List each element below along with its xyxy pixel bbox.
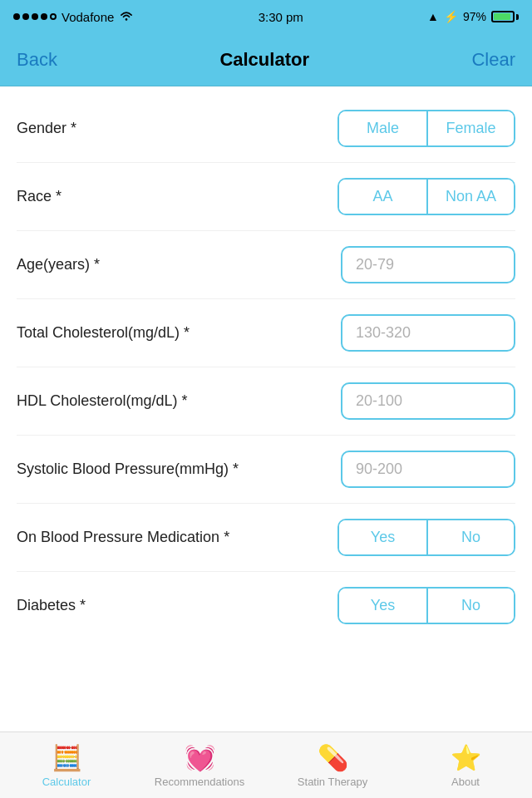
location-icon: ▲ — [427, 10, 439, 23]
label-systolic-bp: Systolic Blood Pressure(mmHg) * — [17, 460, 239, 479]
dot5 — [50, 13, 57, 20]
label-bp-medication: On Blood Pressure Medication * — [17, 528, 229, 547]
seg-btn-bp-medication-1[interactable]: No — [426, 520, 514, 554]
label-race: Race * — [17, 187, 62, 206]
form-row-race: Race *AANon AA — [17, 163, 515, 231]
tab-about[interactable]: ⭐About — [399, 743, 532, 788]
status-right: ▲ ⚡ 97% — [427, 10, 519, 23]
form-row-hdl-cholesterol: HDL Cholesterol(mg/dL) * — [17, 367, 515, 436]
seg-btn-bp-medication-0[interactable]: Yes — [339, 520, 426, 554]
input-total-cholesterol[interactable] — [341, 314, 515, 352]
tab-statin-therapy[interactable]: 💊Statin Therapy — [266, 743, 399, 788]
status-left: Vodafone — [13, 10, 134, 24]
tab-label-recommendations: Recommendations — [155, 776, 244, 788]
seg-btn-diabetes-1[interactable]: No — [426, 589, 514, 623]
tab-label-statin-therapy: Statin Therapy — [298, 776, 367, 788]
label-age: Age(years) * — [17, 255, 100, 274]
svg-point-0 — [126, 18, 128, 21]
dot1 — [13, 13, 20, 20]
label-hdl-cholesterol: HDL Cholesterol(mg/dL) * — [17, 392, 187, 411]
segmented-diabetes: YesNo — [337, 587, 515, 624]
back-button[interactable]: Back — [17, 49, 57, 71]
segmented-bp-medication: YesNo — [337, 519, 515, 556]
seg-btn-race-1[interactable]: Non AA — [426, 180, 514, 214]
content-area: Gender *MaleFemaleRace *AANon AAAge(year… — [0, 86, 532, 732]
label-total-cholesterol: Total Cholesterol(mg/dL) * — [17, 323, 190, 342]
seg-btn-gender-1[interactable]: Female — [426, 111, 514, 145]
input-systolic-bp[interactable] — [341, 451, 515, 488]
segmented-race: AANon AA — [337, 178, 515, 215]
status-bar: Vodafone 3:30 pm ▲ ⚡ 97% — [0, 0, 532, 33]
seg-btn-diabetes-0[interactable]: Yes — [339, 589, 426, 623]
dot3 — [32, 13, 38, 20]
label-diabetes: Diabetes * — [17, 596, 86, 615]
form-row-total-cholesterol: Total Cholesterol(mg/dL) * — [17, 299, 515, 367]
signal-dots — [13, 13, 57, 20]
seg-btn-gender-0[interactable]: Male — [339, 111, 426, 145]
page-title: Calculator — [219, 49, 309, 71]
battery-tip — [516, 14, 519, 20]
battery-body — [491, 11, 515, 22]
form-row-diabetes: Diabetes *YesNo — [17, 572, 515, 639]
seg-btn-race-0[interactable]: AA — [339, 180, 426, 214]
form-row-gender: Gender *MaleFemale — [17, 95, 515, 163]
input-hdl-cholesterol[interactable] — [341, 382, 515, 420]
form-row-age: Age(years) * — [17, 231, 515, 299]
label-gender: Gender * — [17, 119, 76, 138]
tab-label-calculator: Calculator — [42, 776, 91, 788]
tab-recommendations[interactable]: 💓Recommendations — [133, 743, 266, 788]
tab-calculator[interactable]: 🧮Calculator — [0, 743, 133, 788]
dot4 — [41, 13, 47, 20]
tab-label-about: About — [451, 776, 480, 788]
segmented-gender: MaleFemale — [337, 110, 515, 147]
battery-icon — [491, 11, 519, 22]
tab-bar: 🧮Calculator💓Recommendations💊Statin Thera… — [0, 732, 532, 798]
clear-button[interactable]: Clear — [471, 49, 515, 71]
tab-icon-statin-therapy: 💊 — [318, 743, 348, 772]
form-row-systolic-bp: Systolic Blood Pressure(mmHg) * — [17, 436, 515, 504]
nav-bar: Back Calculator Clear — [0, 33, 532, 86]
battery-percent: 97% — [463, 10, 486, 23]
battery-fill — [494, 13, 510, 20]
tab-icon-recommendations: 💓 — [185, 743, 215, 772]
bluetooth-icon: ⚡ — [444, 10, 458, 23]
carrier-label: Vodafone — [62, 10, 114, 24]
tab-icon-about: ⭐ — [451, 743, 481, 772]
input-age[interactable] — [341, 246, 515, 283]
tab-icon-calculator: 🧮 — [52, 743, 82, 772]
dot2 — [22, 13, 29, 20]
wifi-icon — [119, 10, 134, 24]
status-time: 3:30 pm — [259, 10, 303, 24]
form-row-bp-medication: On Blood Pressure Medication *YesNo — [17, 504, 515, 572]
